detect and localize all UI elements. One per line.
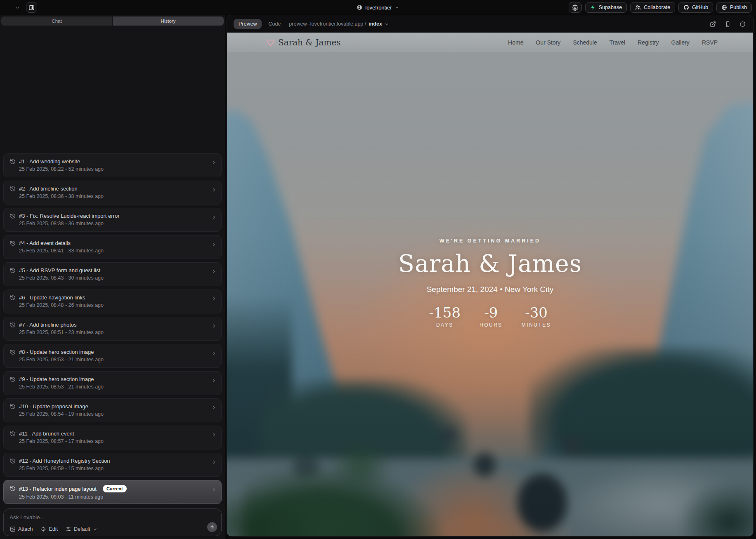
history-item-3[interactable]: #3 - Fix: Resolve Lucide-react import er… (3, 208, 222, 232)
sidebar: Chat History #1 - Add wedding website 25… (0, 15, 225, 539)
preview-url-host: preview--lovefrontier.lovable.app / (289, 21, 366, 27)
publish-button[interactable]: Publish (716, 2, 752, 13)
history-icon (10, 186, 16, 192)
globe-icon (357, 5, 362, 10)
history-item-12[interactable]: #12 - Add Honeyfund Registry Section 25 … (3, 453, 222, 477)
history-item-title: #1 - Add wedding website (19, 158, 80, 165)
ask-lovable-input[interactable] (9, 514, 215, 520)
attach-button[interactable]: Attach (10, 526, 33, 532)
github-button[interactable]: GitHub (678, 2, 713, 13)
history-item-title: #5 - Add RSVP form and guest list (19, 267, 100, 273)
countdown-hours: -9 HOURS (480, 304, 503, 328)
history-item-timestamp: 25 Feb 2025, 08:48 - 26 minutes ago (19, 302, 209, 308)
nav-link-travel[interactable]: Travel (610, 39, 625, 46)
supabase-icon (590, 5, 596, 10)
target-icon (40, 526, 46, 532)
countdown-days-label: DAYS (429, 322, 461, 328)
chevron-right-icon (211, 269, 217, 274)
hero-section: WE'RE GETTING MARRIED Sarah & James Sept… (227, 238, 753, 328)
supabase-button[interactable]: Supabase (585, 2, 627, 13)
history-icon (10, 295, 16, 301)
nav-link-rsvp[interactable]: RSVP (702, 39, 718, 46)
history-item-2[interactable]: #2 - Add timeline section 25 Feb 2025, 0… (3, 181, 222, 205)
history-item-title: #11 - Add brunch event (19, 431, 74, 437)
chevron-right-icon (211, 187, 217, 193)
preview-url-selector[interactable]: preview--lovefrontier.lovable.app / inde… (289, 21, 389, 27)
collaborate-button[interactable]: Collaborate (630, 2, 675, 13)
history-item-title: #4 - Add event details (19, 240, 71, 246)
history-item-timestamp: 25 Feb 2025, 08:54 - 19 minutes ago (19, 411, 209, 417)
settings-button[interactable] (569, 2, 582, 13)
site-brand[interactable]: Sarah & James (267, 38, 341, 47)
nav-link-schedule[interactable]: Schedule (573, 39, 597, 46)
github-label: GitHub (692, 5, 708, 10)
arrow-up-icon (210, 525, 215, 530)
history-item-title: #6 - Update navigation links (19, 294, 85, 301)
heart-outline-icon (267, 39, 274, 46)
chevron-right-icon (211, 323, 217, 329)
nav-link-our-story[interactable]: Our Story (536, 39, 560, 46)
history-item-11[interactable]: #11 - Add brunch event 25 Feb 2025, 08:5… (3, 426, 222, 450)
history-icon (10, 240, 16, 246)
history-item-1[interactable]: #1 - Add wedding website 25 Feb 2025, 08… (3, 153, 222, 177)
countdown-days: -158 DAYS (429, 304, 461, 328)
attach-label: Attach (18, 526, 33, 532)
toggle-sidebar-button[interactable] (26, 2, 37, 13)
chevron-right-icon (211, 242, 217, 247)
chevron-down-icon (93, 527, 97, 532)
lovable-logo-heart-icon[interactable] (4, 4, 12, 11)
chevron-right-icon (211, 405, 217, 410)
history-icon (10, 431, 16, 437)
countdown-minutes: -30 MINUTES (522, 304, 551, 328)
edit-label: Edit (49, 526, 58, 532)
history-item-timestamp: 25 Feb 2025, 08:22 - 52 minutes ago (19, 166, 209, 172)
chevron-right-icon (211, 378, 217, 383)
nav-link-gallery[interactable]: Gallery (671, 39, 690, 46)
history-item-10[interactable]: #10 - Update proposal image 25 Feb 2025,… (3, 398, 222, 422)
tab-chat[interactable]: Chat (1, 16, 112, 26)
history-item-timestamp: 25 Feb 2025, 08:59 - 15 minutes ago (19, 466, 209, 471)
tab-preview[interactable]: Preview (234, 19, 262, 29)
project-switcher[interactable]: lovefrontier (357, 0, 399, 15)
history-item-timestamp: 25 Feb 2025, 08:53 - 21 minutes ago (19, 357, 209, 362)
workspace-chevron-down-icon[interactable] (15, 5, 20, 10)
top-bar: lovefrontier Supabase Collaborate GitHub… (0, 0, 756, 15)
open-external-icon[interactable] (710, 21, 716, 27)
history-icon (10, 213, 16, 219)
nav-link-registry[interactable]: Registry (638, 39, 659, 46)
site-viewport: Sarah & James Home Our Story Schedule Tr… (227, 33, 753, 536)
history-item-timestamp: 25 Feb 2025, 08:38 - 36 minutes ago (19, 221, 209, 226)
edit-button[interactable]: Edit (40, 526, 58, 532)
history-item-4[interactable]: #4 - Add event details 25 Feb 2025, 08:4… (3, 235, 222, 259)
history-item-timestamp: 25 Feb 2025, 08:53 - 21 minutes ago (19, 384, 209, 390)
history-item-6[interactable]: #6 - Update navigation links 25 Feb 2025… (3, 290, 222, 313)
chevron-right-icon (211, 351, 217, 356)
history-icon (10, 377, 16, 382)
tab-history[interactable]: History (113, 16, 224, 26)
mobile-view-icon[interactable] (725, 21, 731, 27)
chevron-right-icon (211, 160, 217, 165)
history-item-7[interactable]: #7 - Add timeline photos 25 Feb 2025, 08… (3, 317, 222, 341)
chevron-right-icon (211, 214, 217, 220)
sidebar-tabs: Chat History (1, 16, 224, 26)
history-item-timestamp: 25 Feb 2025, 08:36 - 38 minutes ago (19, 193, 209, 199)
history-item-9[interactable]: #9 - Update hero section image 25 Feb 20… (3, 371, 222, 395)
countdown-minutes-value: -30 (522, 304, 551, 321)
send-button[interactable] (207, 522, 217, 532)
refresh-icon[interactable] (739, 21, 746, 27)
history-item-timestamp: 25 Feb 2025, 08:51 - 23 minutes ago (19, 330, 209, 335)
site-header: Sarah & James Home Our Story Schedule Tr… (227, 33, 753, 52)
project-name: lovefrontier (365, 5, 392, 11)
history-item-5[interactable]: #5 - Add RSVP form and guest list 25 Feb… (3, 262, 222, 286)
chevron-right-icon (211, 459, 217, 465)
mode-select[interactable]: Default (66, 526, 97, 532)
countdown-minutes-label: MINUTES (522, 322, 551, 328)
nav-link-home[interactable]: Home (508, 39, 523, 46)
history-icon (10, 322, 16, 328)
hero-date-location: September 21, 2024 • New York City (227, 285, 753, 294)
history-item-title: #10 - Update proposal image (19, 403, 88, 410)
collaborate-icon (635, 5, 641, 10)
tab-code[interactable]: Code (268, 21, 281, 27)
history-item-8[interactable]: #8 - Update hero section image 25 Feb 20… (3, 344, 222, 368)
history-item-13-current[interactable]: #13 - Refactor index page layout Current… (3, 480, 222, 504)
